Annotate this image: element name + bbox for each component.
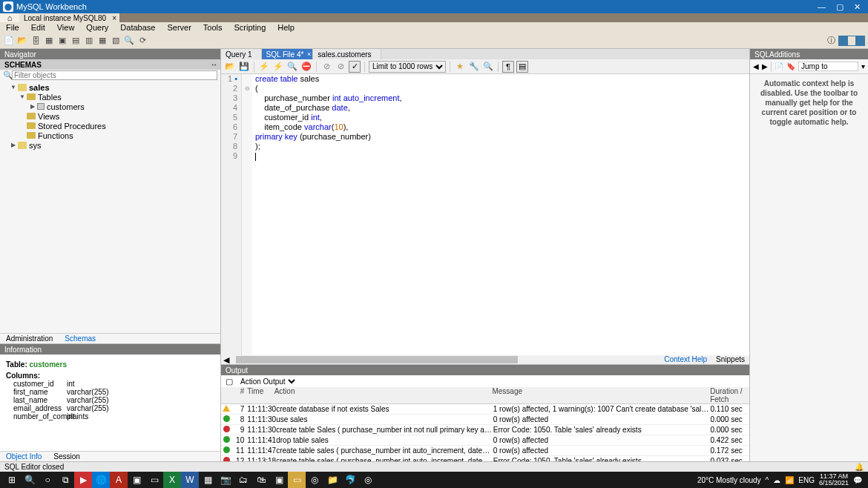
menu-server[interactable]: Server [164, 23, 194, 32]
manual-help-button[interactable]: 🔖 [786, 62, 795, 70]
cortana-button[interactable]: ○ [39, 472, 56, 488]
tree-db-sys[interactable]: ▶sys [3, 140, 217, 150]
snippets-link[interactable]: Snippets [711, 355, 749, 364]
output-type-select[interactable]: Action Output [237, 377, 297, 386]
taskbar-app-icon[interactable]: ▣ [270, 472, 288, 488]
tree-tables[interactable]: ▼Tables [3, 92, 217, 102]
maximize-button[interactable]: ▢ [836, 2, 844, 12]
editor-scrollbar[interactable]: ◀ Context Help Snippets [221, 355, 749, 364]
tree-db-sales[interactable]: ▼sales [3, 82, 217, 92]
panel-toggle[interactable] [838, 36, 865, 46]
nav-fwd-button[interactable]: ▶ [762, 62, 768, 70]
close-icon[interactable]: × [112, 14, 116, 22]
search-button[interactable]: 🔍 [21, 472, 39, 488]
close-button[interactable]: ✕ [854, 2, 861, 12]
tray-cloud-icon[interactable]: ☁ [773, 476, 780, 484]
action-center-icon[interactable]: 💬 [853, 476, 862, 484]
output-row[interactable]: 1011:11:41drop table sales0 row(s) affec… [221, 435, 749, 446]
taskbar-app-icon[interactable]: ▶ [74, 472, 92, 488]
taskbar-app-icon[interactable]: ▦ [199, 472, 217, 488]
taskbar-app-icon[interactable]: 🛍 [252, 472, 270, 488]
minimize-button[interactable]: — [818, 2, 826, 12]
beautify-button[interactable]: ★ [454, 61, 466, 73]
taskbar-acrobat-icon[interactable]: A [110, 472, 128, 488]
connection-tab[interactable]: Local instance MySQL80 × [19, 13, 119, 22]
taskbar-app-icon[interactable]: 🗂 [234, 472, 252, 488]
taskbar-app-icon[interactable]: ▭ [288, 472, 306, 488]
tab-session[interactable]: Session [47, 452, 86, 461]
wrap-button[interactable]: ¶ [502, 61, 514, 73]
output-row[interactable]: 711:11:30create database if not exists S… [221, 404, 749, 415]
taskbar-excel-icon[interactable]: X [163, 472, 181, 488]
find-button[interactable]: 🔧 [468, 61, 480, 73]
notification-icon[interactable]: 🔔 [855, 463, 864, 471]
scroll-thumb[interactable] [236, 356, 518, 363]
start-button[interactable]: ⊞ [3, 472, 21, 488]
menu-view[interactable]: View [54, 23, 78, 32]
home-tab[interactable]: ⌂ [0, 13, 19, 22]
stop-button[interactable]: ⛔ [300, 61, 312, 73]
tab-object-info[interactable]: Object Info [0, 452, 47, 461]
tray-chevron-icon[interactable]: ^ [766, 476, 769, 484]
about-icon[interactable]: ⓘ [825, 35, 837, 47]
limit-select[interactable]: Limit to 1000 rows [369, 61, 446, 73]
new-schema-button[interactable]: ▣ [56, 35, 68, 47]
execute-button[interactable]: ⚡ [258, 61, 270, 73]
clock[interactable]: 11:37 AM 6/15/2021 [819, 473, 849, 487]
taskbar-chrome-icon[interactable]: ◎ [359, 472, 377, 488]
explain-button[interactable]: 🔍 [286, 61, 298, 73]
autocommit-button[interactable]: ✓ [349, 61, 361, 73]
output-row[interactable]: 1111:11:47create table sales ( purchase_… [221, 446, 749, 456]
close-icon[interactable]: × [307, 50, 311, 58]
editor-tab-file4[interactable]: SQL File 4*× [262, 49, 314, 59]
tree-views[interactable]: Views [3, 111, 217, 121]
save-file-button[interactable]: 💾 [238, 61, 250, 73]
output-row[interactable]: 811:11:30use sales0 row(s) affected0.000… [221, 415, 749, 425]
taskview-button[interactable]: ⧉ [56, 472, 74, 488]
menu-query[interactable]: Query [83, 23, 111, 32]
menu-edit[interactable]: Edit [28, 23, 48, 32]
editor-tab-customers[interactable]: sales.customers [313, 49, 381, 59]
editor-tab-query1[interactable]: Query 1 [221, 49, 262, 59]
output-filter-icon[interactable]: ▢ [226, 377, 233, 386]
output-row[interactable]: 911:11:30create table Sales ( purchase_n… [221, 425, 749, 435]
sql-editor[interactable]: 1 •23456789 ⊖ create table sales ( purch… [221, 74, 749, 355]
nav-back-button[interactable]: ◀ [753, 62, 759, 70]
chevron-down-icon[interactable]: ▾ [861, 62, 865, 70]
context-help-link[interactable]: Context Help [660, 355, 711, 364]
invisible-button[interactable]: 🔍 [482, 61, 494, 73]
tab-administration[interactable]: Administration [0, 334, 59, 343]
menu-tools[interactable]: Tools [200, 23, 226, 32]
tree-sp[interactable]: Stored Procedures [3, 121, 217, 131]
commit-button[interactable]: ⊘ [320, 61, 332, 73]
menu-database[interactable]: Database [117, 23, 158, 32]
tree-table-customers[interactable]: ▶customers [3, 102, 217, 111]
output-row[interactable]: 1211:13:18create table sales ( purchase_… [221, 456, 749, 461]
taskbar-chrome-icon[interactable]: ◎ [306, 472, 323, 488]
new-table-button[interactable]: ▤ [70, 35, 82, 47]
filter-input[interactable] [12, 70, 217, 80]
tab-schemas[interactable]: Schemas [59, 334, 102, 343]
menu-scripting[interactable]: Scripting [231, 23, 269, 32]
open-sql-button[interactable]: 📂 [16, 35, 28, 47]
rollback-button[interactable]: ⊘ [335, 61, 346, 73]
jump-to-input[interactable]: Jump to [798, 62, 858, 71]
menu-file[interactable]: File [3, 23, 22, 32]
taskbar-app-icon[interactable]: ▣ [128, 472, 145, 488]
taskbar-explorer-icon[interactable]: 📁 [323, 472, 341, 488]
search-button[interactable]: 🔍 [123, 35, 135, 47]
tray-lang[interactable]: ENG [798, 476, 815, 484]
collapse-icon[interactable]: ↔ [211, 61, 217, 68]
reconnect-button[interactable]: ⟳ [137, 35, 148, 47]
menu-help[interactable]: Help [274, 23, 297, 32]
inspector-button[interactable]: 🗄 [30, 35, 42, 47]
snippets-button[interactable]: ▤ [516, 61, 528, 73]
new-sql-tab-button[interactable]: 📄 [3, 35, 15, 47]
open-file-button[interactable]: 📂 [224, 61, 236, 73]
new-func-button[interactable]: ▧ [110, 35, 122, 47]
execute-current-button[interactable]: ⚡ [272, 61, 284, 73]
weather-widget[interactable]: 20°C Mostly cloudy [697, 476, 761, 484]
taskbar-edge-icon[interactable]: 🌐 [92, 472, 110, 488]
table-data-button[interactable]: ▦ [43, 35, 55, 47]
auto-help-button[interactable]: 📄 [775, 62, 783, 70]
